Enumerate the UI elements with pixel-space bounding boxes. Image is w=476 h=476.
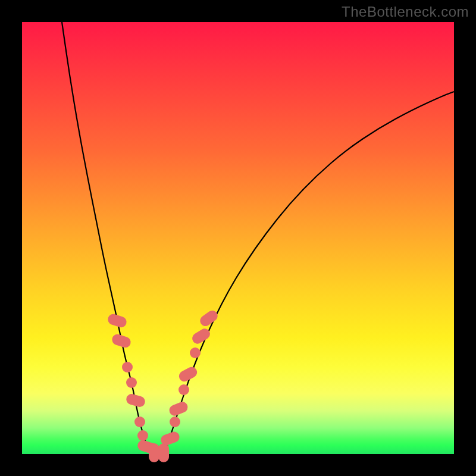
data-marker — [178, 384, 189, 395]
data-marker — [190, 347, 201, 358]
curve-right-branch — [165, 92, 454, 452]
chart-frame: TheBottleneck.com — [0, 0, 476, 476]
data-marker — [168, 400, 189, 418]
data-marker — [107, 312, 128, 328]
data-marker — [158, 443, 169, 462]
marker-group — [107, 308, 220, 462]
curve-layer — [22, 22, 454, 454]
data-marker — [149, 443, 159, 462]
data-marker — [170, 416, 180, 427]
data-marker — [126, 377, 137, 388]
watermark-label: TheBottleneck.com — [342, 4, 469, 20]
data-marker — [125, 393, 146, 408]
data-marker — [137, 430, 148, 441]
data-marker — [122, 362, 133, 372]
data-marker — [134, 416, 145, 427]
curve-left-branch — [62, 22, 150, 452]
data-marker — [198, 308, 220, 328]
data-marker — [111, 333, 132, 349]
plot-area — [22, 22, 454, 454]
